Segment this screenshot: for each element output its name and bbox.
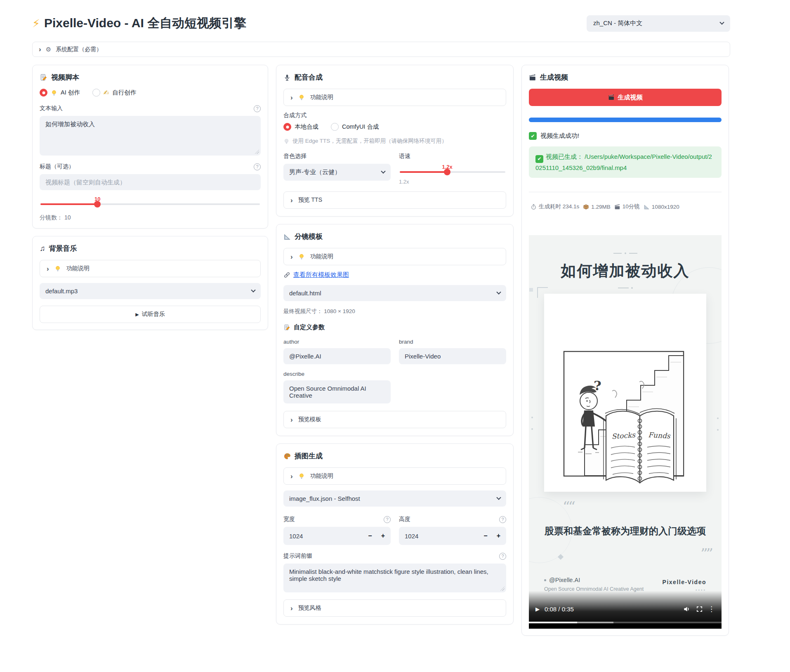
template-preview-accordion[interactable]: › 预览模板 bbox=[283, 411, 506, 428]
brand-label: brand bbox=[399, 339, 506, 345]
video-controls: ▶ 0:08 / 0:35 ⋮ bbox=[529, 591, 722, 629]
video-script-title: 视频脚本 bbox=[40, 73, 261, 82]
help-icon[interactable]: ? bbox=[384, 516, 391, 523]
brand-input[interactable]: Pixelle-Video bbox=[399, 348, 506, 364]
language-select[interactable]: zh_CN - 简体中文 bbox=[587, 15, 730, 32]
bgm-help-accordion[interactable]: › 功能说明 bbox=[40, 260, 261, 277]
voice-column: 音色选择 男声-专业（云健） bbox=[283, 151, 391, 185]
microphone-icon bbox=[283, 74, 291, 81]
tts-help-accordion[interactable]: › 功能说明 bbox=[283, 89, 506, 106]
author-label: author bbox=[283, 339, 391, 345]
illustration-help-accordion[interactable]: › 功能说明 bbox=[283, 467, 506, 485]
language-value: zh_CN - 简体中文 bbox=[593, 19, 642, 27]
help-icon[interactable]: ? bbox=[254, 163, 261, 170]
decrement-button[interactable]: − bbox=[483, 532, 487, 540]
kebab-menu-icon[interactable]: ⋮ bbox=[708, 605, 715, 613]
play-icon: ▶ bbox=[135, 312, 139, 317]
memo-icon bbox=[283, 324, 290, 331]
custom-params-title: 自定义参数 bbox=[283, 323, 506, 331]
app-root: ⚡ Pixelle-Video - AI 全自动短视频引擎 zh_CN - 简体… bbox=[32, 0, 730, 643]
increment-button[interactable]: + bbox=[381, 532, 385, 540]
view-templates-link[interactable]: 查看所有模板效果图 bbox=[293, 271, 349, 279]
style-preview-accordion[interactable]: › 预览风格 bbox=[283, 599, 506, 617]
bgm-file-select[interactable]: default.mp3 bbox=[40, 283, 261, 299]
tts-preview-accordion[interactable]: › 预览 TTS bbox=[283, 191, 506, 209]
stat-resolution: 1080x1920 bbox=[652, 204, 679, 210]
clapperboard-icon bbox=[608, 94, 615, 101]
play-button[interactable]: ▶ bbox=[535, 606, 540, 612]
chevron-right-icon: › bbox=[290, 94, 293, 101]
prompt-prefix-input[interactable]: Minimalist black-and-white matchstick fi… bbox=[283, 564, 506, 592]
workflow-select[interactable]: image_flux.json - Selfhost bbox=[283, 490, 506, 507]
height-column: 高度 ? 1024 − + bbox=[399, 514, 506, 545]
bgm-title: ♫ 背景音乐 bbox=[40, 244, 261, 253]
package-icon bbox=[583, 204, 589, 210]
generate-title: 生成视频 bbox=[529, 73, 722, 82]
radio-self-create[interactable]: ✍ 自行创作 bbox=[92, 89, 136, 97]
illustration-title: 插图生成 bbox=[283, 451, 506, 461]
chevron-right-icon: › bbox=[47, 265, 49, 272]
bulb-icon bbox=[298, 253, 305, 260]
height-stepper[interactable]: 1024 − + bbox=[399, 527, 506, 545]
generation-stats: 生成耗时 234.1s 1.29MB 10分镜 1080x1920 bbox=[529, 203, 722, 210]
video-credit: @Pixelle.AI Open Source Omnimodal AI Cre… bbox=[544, 577, 644, 592]
help-icon[interactable]: ? bbox=[254, 105, 261, 112]
template-file-select[interactable]: default.html bbox=[283, 285, 506, 301]
help-icon[interactable]: ? bbox=[499, 553, 506, 560]
stat-time: 生成耗时 234.1s bbox=[539, 203, 579, 210]
describe-input[interactable]: Open Source Omnimodal AI Creative bbox=[283, 380, 391, 403]
video-subtitle: 股票和基金常被称为理财的入门级选项 bbox=[529, 525, 722, 538]
increment-button[interactable]: + bbox=[497, 532, 500, 540]
lightning-icon: ⚡ bbox=[32, 17, 40, 30]
template-title: 分镜模板 bbox=[283, 232, 506, 241]
help-icon[interactable]: ? bbox=[499, 516, 506, 523]
slider-handle[interactable] bbox=[94, 201, 101, 207]
decor-dot bbox=[717, 417, 719, 419]
decor-dot bbox=[531, 417, 533, 418]
bulb-icon bbox=[298, 94, 305, 101]
shot-count-slider[interactable]: 10 bbox=[40, 196, 260, 205]
panel-generate: 生成视频 生成视频 ✔ 视频生成成功! ✔视频已生成： /Users/puke/… bbox=[521, 65, 729, 636]
triangle-ruler-icon bbox=[644, 204, 650, 210]
voice-select[interactable]: 男声-专业（云健） bbox=[283, 164, 391, 181]
decor-square bbox=[529, 288, 533, 292]
decor-dot bbox=[717, 429, 719, 431]
video-frame-title: 如何增加被动收入 bbox=[529, 261, 722, 281]
system-config-label: 系统配置（必需） bbox=[56, 46, 102, 53]
template-help-accordion[interactable]: › 功能说明 bbox=[283, 248, 506, 265]
fullscreen-icon[interactable] bbox=[696, 606, 703, 613]
decrement-button[interactable]: − bbox=[368, 532, 372, 540]
volume-icon[interactable] bbox=[683, 605, 691, 613]
video-preview[interactable]: 如何增加被动收入 bbox=[529, 235, 722, 629]
check-icon: ✔ bbox=[529, 132, 537, 140]
decor-dot bbox=[531, 428, 533, 430]
radio-ai-create[interactable]: AI 创作 bbox=[40, 89, 80, 97]
radio-local-synthesis[interactable]: 本地合成 bbox=[283, 123, 318, 131]
slider-handle[interactable] bbox=[444, 169, 450, 175]
timer-icon bbox=[531, 204, 537, 210]
chevron-right-icon: › bbox=[290, 197, 293, 204]
page-title-text: Pixelle-Video - AI 全自动短视频引擎 bbox=[44, 15, 246, 32]
speed-column: 语速 1.2x 1.2x bbox=[399, 151, 506, 185]
panel-template: 分镜模板 › 功能说明 查看所有模板效果图 default.html 最终视频尺… bbox=[276, 224, 514, 436]
author-input[interactable]: @Pixelle.AI bbox=[283, 348, 391, 364]
book-label-funds: Funds bbox=[648, 431, 671, 440]
chevron-right-icon: › bbox=[290, 473, 293, 480]
generate-video-button[interactable]: 生成视频 bbox=[529, 89, 722, 106]
system-config-accordion[interactable]: › ⚙ 系统配置（必需） bbox=[32, 42, 730, 57]
voice-label: 音色选择 bbox=[283, 153, 391, 160]
slider-track[interactable] bbox=[40, 203, 260, 205]
radio-comfyui-synthesis[interactable]: ComfyUI 合成 bbox=[331, 123, 379, 131]
preview-music-button[interactable]: ▶ 试听音乐 bbox=[40, 306, 261, 323]
script-text-input[interactable]: 如何增加被动收入 bbox=[40, 116, 261, 156]
check-icon: ✔ bbox=[535, 155, 543, 163]
bulb-icon bbox=[51, 90, 57, 96]
gear-icon: ⚙ bbox=[46, 46, 51, 53]
link-icon bbox=[283, 271, 290, 278]
slider-track[interactable] bbox=[400, 171, 505, 173]
width-stepper[interactable]: 1024 − + bbox=[283, 527, 391, 545]
radio-unselected-icon bbox=[92, 89, 100, 97]
video-title-input[interactable] bbox=[40, 174, 261, 190]
speed-slider[interactable]: 1.2x bbox=[400, 164, 505, 173]
panel-illustration: 插图生成 › 功能说明 image_flux.json - Selfhost 宽… bbox=[276, 443, 514, 625]
